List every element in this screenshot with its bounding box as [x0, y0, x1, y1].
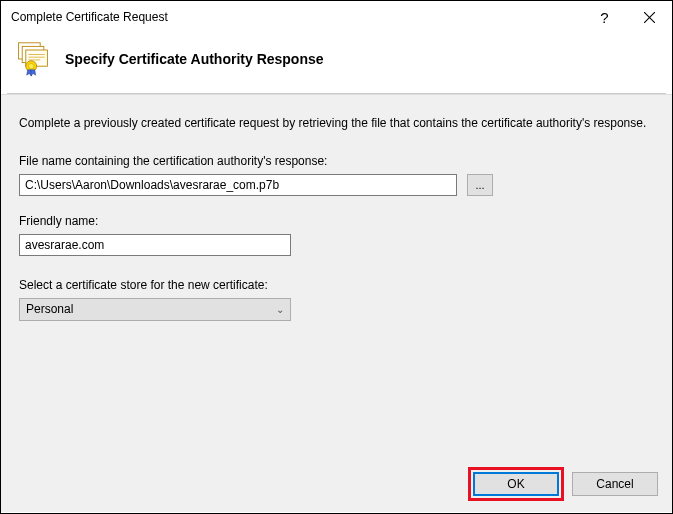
window-title: Complete Certificate Request [11, 10, 582, 24]
dialog-footer: OK Cancel [1, 456, 672, 512]
dialog-content: Complete a previously created certificat… [1, 94, 672, 456]
chevron-down-icon: ⌄ [276, 304, 284, 315]
dialog-header: Specify Certificate Authority Response [1, 33, 672, 93]
file-name-label: File name containing the certification a… [19, 154, 654, 168]
file-name-input[interactable] [19, 174, 457, 196]
help-button[interactable]: ? [582, 2, 627, 32]
cert-store-value: Personal [26, 302, 73, 316]
dialog-heading: Specify Certificate Authority Response [65, 51, 324, 67]
close-button[interactable] [627, 2, 672, 32]
ok-highlight: OK [468, 467, 564, 501]
cert-store-select[interactable]: Personal ⌄ [19, 298, 291, 321]
ok-button[interactable]: OK [473, 472, 559, 496]
svg-point-9 [29, 64, 34, 69]
browse-button[interactable]: ... [467, 174, 493, 196]
intro-text: Complete a previously created certificat… [19, 115, 654, 132]
cert-store-label: Select a certificate store for the new c… [19, 278, 654, 292]
close-icon [644, 12, 655, 23]
friendly-name-input[interactable] [19, 234, 291, 256]
cancel-button[interactable]: Cancel [572, 472, 658, 496]
titlebar: Complete Certificate Request ? [1, 1, 672, 33]
friendly-name-label: Friendly name: [19, 214, 654, 228]
certificate-icon [15, 41, 51, 77]
